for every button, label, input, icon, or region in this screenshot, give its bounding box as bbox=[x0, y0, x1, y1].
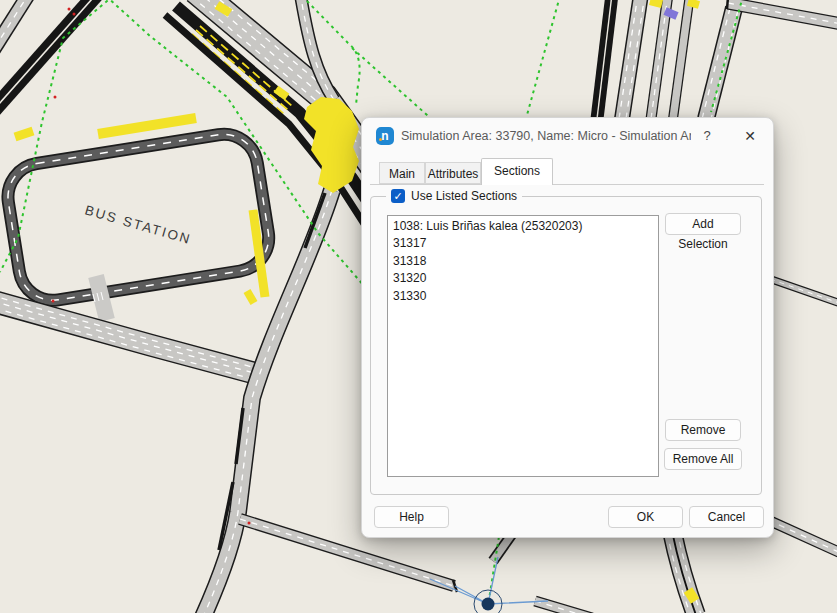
ok-button[interactable]: OK bbox=[608, 506, 683, 528]
help-button[interactable]: Help bbox=[374, 506, 449, 528]
cancel-button[interactable]: Cancel bbox=[689, 506, 764, 528]
list-item[interactable]: 31318 bbox=[388, 253, 658, 270]
simulation-area-dialog: n Simulation Area: 33790, Name: Micro - … bbox=[361, 117, 774, 538]
add-selection-button[interactable]: Add Selection bbox=[665, 213, 741, 235]
list-item[interactable]: 31317 bbox=[388, 235, 658, 252]
tab-sections[interactable]: Sections bbox=[481, 158, 553, 185]
list-item[interactable]: 31330 bbox=[388, 288, 658, 305]
app-window: BUS STATION n Simulation Area: 33790, Na… bbox=[0, 0, 837, 613]
help-icon[interactable]: ? bbox=[696, 126, 718, 146]
remove-button[interactable]: Remove bbox=[665, 419, 741, 441]
use-listed-sections-checkbox[interactable]: ✓ bbox=[391, 189, 405, 203]
selected-segment-highlight[interactable] bbox=[665, 11, 677, 16]
aimsun-app-icon: n bbox=[376, 127, 394, 145]
dialog-title: Simulation Area: 33790, Name: Micro - Si… bbox=[401, 129, 691, 143]
app-icon-letter: n bbox=[381, 129, 388, 143]
close-icon[interactable]: ✕ bbox=[739, 126, 761, 146]
list-item[interactable]: 1038: Luis Briñas kalea (25320203) bbox=[388, 218, 658, 235]
remove-all-button[interactable]: Remove All bbox=[664, 448, 742, 470]
list-item[interactable]: 31320 bbox=[388, 270, 658, 287]
tab-main[interactable]: Main bbox=[379, 162, 425, 184]
app-icon-dot bbox=[379, 138, 382, 141]
tab-attributes[interactable]: Attributes bbox=[425, 162, 481, 184]
use-listed-sections-label: Use Listed Sections bbox=[411, 189, 517, 203]
dialog-titlebar[interactable]: n Simulation Area: 33790, Name: Micro - … bbox=[362, 118, 773, 154]
tab-pane-border bbox=[370, 184, 764, 185]
sections-list[interactable]: 1038: Luis Briñas kalea (25320203) 31317… bbox=[387, 215, 659, 477]
use-listed-sections-row[interactable]: ✓ Use Listed Sections bbox=[386, 188, 522, 204]
